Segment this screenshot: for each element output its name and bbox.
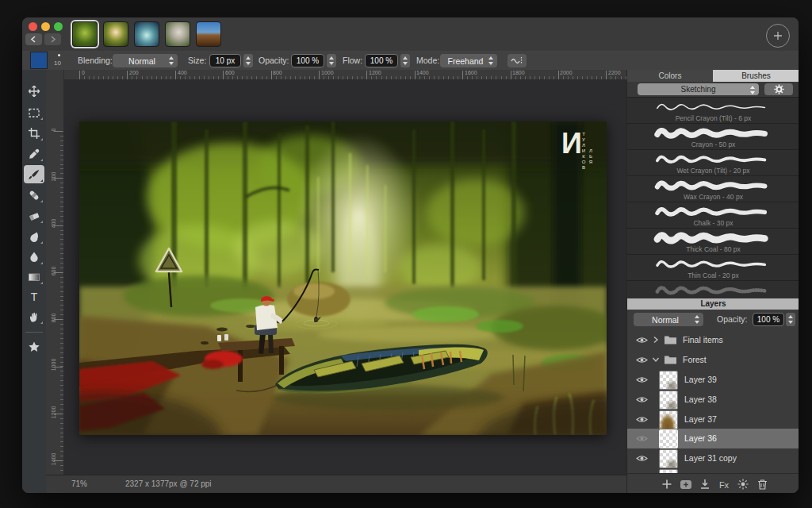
crop-icon: [28, 127, 40, 140]
tool-move[interactable]: [24, 82, 44, 100]
chevron-down-icon[interactable]: [652, 356, 660, 364]
layer-row-group[interactable]: Final items: [627, 330, 799, 351]
tool-pan[interactable]: [24, 307, 44, 325]
visibility-eye-icon[interactable]: [636, 336, 648, 344]
plus-icon: [661, 479, 672, 490]
layers-panel-header[interactable]: Layers: [627, 298, 799, 310]
brush-item[interactable]: Thick Coal - 80 px: [627, 228, 799, 255]
tool-blur[interactable]: [24, 248, 44, 266]
gradient-icon: [28, 271, 40, 283]
brush-settings-button[interactable]: [764, 83, 793, 95]
popup-arrows-icon: [488, 56, 494, 65]
visibility-eye-icon[interactable]: [636, 434, 648, 443]
add-group-button[interactable]: [677, 477, 695, 491]
opacity-input[interactable]: 100 %: [291, 54, 324, 67]
hand-icon: [28, 310, 40, 323]
tool-marquee[interactable]: [24, 103, 44, 121]
tool-favorites[interactable]: [24, 337, 44, 356]
tool-crop[interactable]: [24, 124, 44, 142]
ruler-tick-label: 1400: [416, 70, 429, 75]
layer-row[interactable]: Layer 37: [627, 410, 799, 430]
layer-row[interactable]: Layer 38: [627, 390, 799, 410]
marquee-icon: [28, 106, 40, 119]
desktop: 10 Blending: Normal Size: 10 px Opacity:…: [0, 0, 812, 508]
mode-select[interactable]: Freehand: [440, 54, 497, 67]
flow-stepper[interactable]: [400, 54, 410, 67]
add-layer-button[interactable]: [658, 477, 676, 491]
tool-gradient[interactable]: [24, 267, 44, 286]
chevron-right-icon[interactable]: [652, 336, 659, 344]
tool-text[interactable]: T: [24, 287, 44, 306]
layer-row-group[interactable]: Forest: [627, 350, 799, 371]
merge-down-button[interactable]: [696, 477, 714, 491]
ruler-tick-label: 1200: [369, 70, 381, 75]
layer-thumbnail[interactable]: [659, 449, 678, 468]
back-button[interactable]: [25, 33, 42, 45]
ruler-tick-label: 2000: [560, 70, 573, 75]
layer-opacity-stepper[interactable]: [786, 313, 795, 326]
zoom-window-button[interactable]: [54, 22, 63, 31]
layer-thumbnail[interactable]: [659, 371, 678, 390]
layer-opacity-input[interactable]: 100 %: [753, 313, 784, 326]
layer-thumbnail[interactable]: [659, 410, 678, 429]
visibility-eye-icon[interactable]: [636, 356, 648, 364]
layer-thumbnail[interactable]: [659, 391, 678, 410]
tab-brushes[interactable]: Brushes: [713, 70, 799, 82]
delete-layer-button[interactable]: [753, 477, 771, 491]
document-tab-landscape[interactable]: [196, 21, 221, 47]
layer-effects-button[interactable]: Fx: [715, 477, 733, 491]
forward-button[interactable]: [44, 33, 61, 45]
brush-item[interactable]: Chalk - 30 px: [627, 202, 799, 229]
brush-stroke-preview: [651, 177, 776, 194]
close-window-button[interactable]: [29, 22, 37, 31]
opacity-stepper[interactable]: [327, 54, 336, 67]
layer-thumbnail[interactable]: [659, 429, 678, 448]
brush-preview-size: 10: [54, 60, 61, 67]
foreground-color-swatch[interactable]: [30, 52, 48, 69]
stabilizer-button[interactable]: [508, 54, 527, 67]
document-tab-forest[interactable]: [72, 21, 98, 47]
tool-paint-brush[interactable]: [24, 165, 44, 183]
layer-row[interactable]: Layer 39: [627, 370, 799, 391]
visibility-eye-icon[interactable]: [636, 395, 648, 404]
brush-preview-dot: [58, 54, 60, 56]
brush-item[interactable]: Wet Crayon (Tilt) - 20 px: [627, 149, 799, 176]
ruler-tick-label: 1400: [51, 452, 56, 468]
layer-row-selected[interactable]: Layer 36: [627, 429, 799, 449]
brush-item[interactable]: Pencil Crayon (Tilt) - 6 px: [627, 97, 799, 124]
new-document-button[interactable]: [766, 24, 790, 48]
blending-select[interactable]: Normal: [113, 54, 178, 67]
document-tab-cat[interactable]: [165, 21, 190, 47]
brush-item[interactable]: Wax Crayon - 40 px: [627, 175, 799, 202]
tool-color-picker[interactable]: [24, 144, 44, 163]
brush-item-partial[interactable]: [627, 280, 799, 299]
brush-item[interactable]: Crayon - 50 px: [627, 123, 799, 150]
adjustment-button[interactable]: [734, 477, 752, 491]
document-tab-cave[interactable]: [134, 21, 159, 47]
size-input[interactable]: 10 px: [209, 54, 241, 67]
document-tab-orchid[interactable]: [103, 21, 128, 47]
folder-icon: [664, 354, 677, 365]
tool-smudge[interactable]: [24, 227, 44, 245]
size-stepper[interactable]: [243, 54, 253, 67]
visibility-eye-icon[interactable]: [636, 375, 648, 384]
layer-row[interactable]: Layer 31 copy: [627, 448, 799, 469]
layer-blend-mode-select[interactable]: Normal: [634, 313, 703, 326]
ruler-tick-label: 1000: [51, 357, 56, 373]
tool-healing-brush[interactable]: [24, 186, 44, 204]
tab-colors[interactable]: Colors: [627, 70, 713, 82]
minimize-window-button[interactable]: [41, 22, 50, 31]
canvas-image[interactable]: И ТУЛИКОВ ЛЬЯ: [79, 121, 607, 435]
zoom-level[interactable]: 71%: [71, 479, 87, 488]
tool-eraser[interactable]: [24, 206, 44, 225]
visibility-eye-icon[interactable]: [636, 454, 648, 463]
svg-text:T: T: [31, 291, 38, 303]
flow-input[interactable]: 100 %: [365, 54, 398, 67]
visibility-eye-icon[interactable]: [636, 415, 648, 424]
tools-divider: [25, 332, 43, 333]
brush-category-select[interactable]: Sketching: [638, 83, 759, 95]
gear-icon: [774, 84, 784, 94]
app-window: 10 Blending: Normal Size: 10 px Opacity:…: [22, 17, 799, 493]
brush-item[interactable]: Thin Coal - 20 px: [627, 254, 799, 281]
ruler-tick-label: 400: [178, 70, 187, 75]
